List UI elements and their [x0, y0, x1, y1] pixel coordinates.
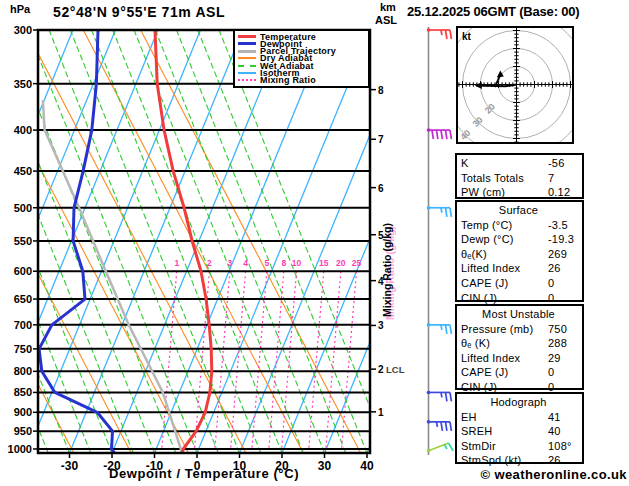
pressure-tick-label: 350 [14, 78, 32, 90]
panel-row-value: 41 [548, 410, 561, 425]
x-axis-label: Dewpoint / Temperature (°C) [38, 466, 370, 481]
panel-row: EH41 [461, 410, 582, 425]
panel-row: Lifted Index29 [461, 351, 582, 366]
panel-row: CAPE (J)0 [461, 276, 582, 291]
panel-row-value: 0 [548, 276, 554, 291]
panel-row-label: K [461, 157, 469, 169]
pressure-axis-unit: hPa [10, 3, 30, 15]
panel-row-value: 26 [548, 261, 561, 276]
panel-row-value: 29 [548, 351, 561, 366]
wet-adiabat-line [0, 30, 6, 453]
panel-row: θₑ(K)269 [461, 247, 582, 262]
wind-barb-full-tick [449, 443, 454, 452]
pressure-tick-label: 850 [14, 386, 32, 398]
wind-barb-full-tick [450, 30, 451, 39]
hodograph-unit-label: kt [462, 31, 472, 42]
panel-row-label: Totals Totals [461, 172, 524, 184]
panel-row: CAPE (J)0 [461, 365, 582, 380]
panel-row-label: Temp (°C) [461, 219, 512, 231]
panel-row-label: StmSpd (kt) [461, 454, 521, 466]
mixing-ratio-lines [162, 271, 357, 449]
legend-swatch [238, 79, 256, 81]
panel-row-value: 0 [548, 291, 554, 306]
km-tick-label: 8 [378, 85, 384, 96]
panel-block-title: Surface [461, 203, 582, 218]
panel-row-label: Dewp (°C) [461, 233, 514, 245]
station-title: 52°48'N 9°55'E 71m ASL [53, 4, 225, 20]
panel-block-most-unstable: Most UnstablePressure (mb)750θₑ (K)288Li… [455, 304, 584, 390]
panel-row: CIN (J)0 [461, 291, 582, 306]
panel-row-label: CAPE (J) [461, 277, 508, 289]
pressure-tick-label: 900 [14, 406, 32, 418]
wind-barb-full-tick [432, 130, 433, 139]
wind-barb [427, 28, 452, 39]
panel-row-label: CAPE (J) [461, 366, 508, 378]
pressure-gridlines: 3003504004505005506006507007508008509009… [8, 24, 370, 455]
panel-row-label: CIN (J) [461, 292, 497, 304]
pressure-tick-label: 1000 [8, 443, 32, 455]
lcl-label: LCL [386, 364, 405, 375]
panel-row: Dewp (°C)-19.3 [461, 232, 582, 247]
mixing-ratio-value-label: 8 [281, 258, 286, 268]
panel-row-label: Lifted Index [461, 352, 520, 364]
panel-row-label: StmDir [461, 440, 496, 452]
wind-barb-full-tick [446, 130, 447, 139]
panel-row-value: 269 [548, 247, 567, 262]
legend-item: Temperature [238, 33, 368, 40]
panel-row-value: 288 [548, 336, 567, 351]
panel-row: Lifted Index26 [461, 261, 582, 276]
panel-row-value: 750 [548, 322, 567, 337]
legend-label: Mixing Ratio [260, 75, 316, 85]
mixing-ratio-value-label: 3 [228, 258, 233, 268]
legend-swatch [238, 50, 256, 53]
wind-barb [427, 420, 452, 431]
panel-row-value: -19.3 [548, 232, 574, 247]
wind-barb-full-tick [446, 30, 447, 39]
pressure-tick-label: 300 [14, 24, 32, 36]
wind-barb-full-tick [441, 130, 442, 139]
mixing-ratio-line [231, 271, 246, 449]
legend-swatch [238, 72, 256, 74]
wind-barb-column [426, 27, 453, 460]
km-tick-label: 1 [378, 407, 384, 418]
panel-block-title: Hodograph [461, 395, 582, 410]
legend-item: Mixing Ratio [238, 77, 368, 84]
panel-row-label: θₑ(K) [461, 248, 487, 260]
mixing-ratio-value-label: 25 [352, 258, 362, 268]
mixing-ratio-value-label: 5 [264, 258, 269, 268]
panel-row-value: -56 [548, 156, 565, 171]
pressure-tick-label: 450 [14, 165, 32, 177]
panel-row: Pressure (mb)750 [461, 322, 582, 337]
wind-barb [427, 128, 452, 139]
wind-barb-full-tick [450, 325, 451, 334]
hodograph: 203040kt [456, 26, 574, 144]
mixing-ratio-line [269, 271, 284, 449]
panel-row-label: Lifted Index [461, 262, 520, 274]
mixing-ratio-value-label: 2 [207, 258, 212, 268]
wind-barb-half-tick [441, 392, 442, 397]
wind-barb-half-tick [437, 422, 438, 427]
legend-swatch [238, 57, 256, 59]
wind-barb-full-tick [450, 130, 451, 139]
wind-barb-half-tick [441, 325, 442, 330]
panel-block-title: Most Unstable [461, 307, 582, 322]
panel-row: K-56 [461, 156, 582, 171]
mixing-ratio-value-label: 4 [243, 258, 248, 268]
legend-swatch [238, 42, 256, 45]
panel-row-label: θₑ (K) [461, 337, 490, 349]
pressure-tick-label: 800 [14, 365, 32, 377]
mixing-ratio-line [162, 271, 177, 449]
km-tick-label: 6 [378, 183, 384, 194]
wind-barb-half-tick [441, 30, 442, 35]
panel-row-value: 26 [548, 453, 561, 468]
valid-datetime: 25.12.2025 06GMT (Base: 00) [407, 4, 629, 19]
pressure-tick-label: 950 [14, 425, 32, 437]
mixing-ratio-line [309, 271, 324, 449]
panel-row-value: 40 [548, 424, 561, 439]
wind-barb-half-tick [441, 208, 442, 213]
wind-barb-full-tick [450, 208, 451, 217]
mixing-ratio-value-label: 1 [174, 258, 179, 268]
pressure-tick-label: 750 [14, 343, 32, 355]
legend: TemperatureDewpointParcel TrajectoryDry … [233, 29, 370, 88]
mixing-ratio-value-label: 15 [319, 258, 329, 268]
